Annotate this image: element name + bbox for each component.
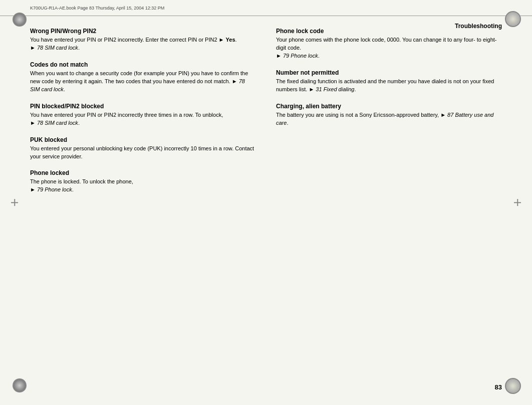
corner-decoration-tl xyxy=(13,13,27,27)
heading-phone-lock-code: Phone lock code xyxy=(276,28,502,35)
body-number-not-permitted: The fixed dialing function is activated … xyxy=(276,78,502,94)
section-puk-blocked: PUK blocked You entered your personal un… xyxy=(30,136,256,161)
heading-charging-alien: Charging, alien battery xyxy=(276,103,502,110)
section-wrong-pin: Wrong PIN/Wrong PIN2 You have entered yo… xyxy=(30,28,256,52)
corner-decoration-tr xyxy=(505,11,521,27)
cross-mark-left xyxy=(11,199,18,206)
section-phone-lock-code: Phone lock code Your phone comes with th… xyxy=(276,28,502,60)
left-column: Wrong PIN/Wrong PIN2 You have entered yo… xyxy=(30,28,256,375)
body-phone-locked: The phone is locked. To unlock the phone… xyxy=(30,178,256,194)
body-wrong-pin: You have entered your PIN or PIN2 incorr… xyxy=(30,36,256,52)
body-puk-blocked: You entered your personal unblocking key… xyxy=(30,145,256,161)
body-charging-alien: The battery you are using is not a Sony … xyxy=(276,111,502,127)
section-number-not-permitted: Number not permitted The fixed dialing f… xyxy=(276,69,502,94)
heading-phone-locked: Phone locked xyxy=(30,169,256,176)
body-pin-blocked: You have entered your PIN or PIN2 incorr… xyxy=(30,111,256,127)
corner-decoration-bl xyxy=(13,378,27,392)
heading-number-not-permitted: Number not permitted xyxy=(276,69,502,76)
section-phone-locked: Phone locked The phone is locked. To unl… xyxy=(30,169,256,194)
header-bar: K700UG-R1A-AE.book Page 83 Thursday, Apr… xyxy=(0,0,532,16)
right-column: Phone lock code Your phone comes with th… xyxy=(276,28,502,375)
section-charging-alien: Charging, alien battery The battery you … xyxy=(276,103,502,127)
corner-decoration-br xyxy=(505,378,521,394)
content-area: Wrong PIN/Wrong PIN2 You have entered yo… xyxy=(30,28,502,375)
section-codes-no-match: Codes do not match When you want to chan… xyxy=(30,61,256,94)
cross-mark-right xyxy=(514,199,521,206)
page-container: K700UG-R1A-AE.book Page 83 Thursday, Apr… xyxy=(0,0,532,405)
heading-pin-blocked: PIN blocked/PIN2 blocked xyxy=(30,103,256,110)
header-text: K700UG-R1A-AE.book Page 83 Thursday, Apr… xyxy=(30,6,164,11)
body-phone-lock-code: Your phone comes with the phone lock cod… xyxy=(276,36,502,60)
heading-codes-no-match: Codes do not match xyxy=(30,61,256,68)
page-number: 83 xyxy=(495,383,502,391)
heading-puk-blocked: PUK blocked xyxy=(30,136,256,143)
body-codes-no-match: When you want to change a security code … xyxy=(30,70,256,94)
section-pin-blocked: PIN blocked/PIN2 blocked You have entere… xyxy=(30,103,256,127)
heading-wrong-pin: Wrong PIN/Wrong PIN2 xyxy=(30,28,256,35)
